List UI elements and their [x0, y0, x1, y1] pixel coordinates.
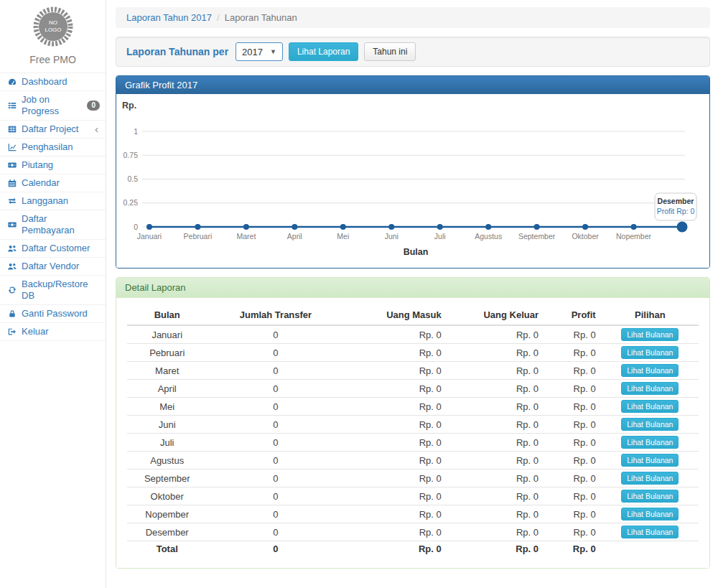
report-filter-bar: Laporan Tahunan per 2017 ▼ Lihat Laporan…: [116, 37, 710, 67]
detail-report-panel: Detail Laporan BulanJumlah TransferUang …: [116, 277, 710, 569]
svg-text:Januari: Januari: [137, 232, 162, 241]
total-profit: Rp. 0: [544, 541, 602, 557]
sidebar-item-label: Daftar Project: [22, 123, 78, 135]
table-row: Juni0Rp. 0Rp. 0Rp. 0Lihat Bulanan: [127, 416, 699, 434]
cell-month: Mei: [127, 398, 207, 416]
sidebar-item-langganan[interactable]: Langganan: [0, 192, 106, 210]
cell-transfer: 0: [207, 362, 344, 380]
breadcrumb-link[interactable]: Laporan Tahun 2017: [126, 12, 212, 23]
cell-transfer: 0: [207, 452, 344, 470]
total-out: Rp. 0: [447, 541, 544, 557]
breadcrumb-separator: /: [217, 12, 220, 23]
cell-in: Rp. 0: [344, 434, 447, 452]
lihat-bulanan-button[interactable]: Lihat Bulanan: [621, 382, 679, 395]
money-icon: [7, 220, 17, 230]
year-select[interactable]: 2017 ▼: [236, 42, 283, 61]
sidebar-item-penghasilan[interactable]: Penghasilan: [0, 139, 106, 157]
cell-month: Maret: [127, 362, 207, 380]
count-badge: 0: [87, 101, 100, 111]
cell-month: April: [127, 380, 207, 398]
cell-month: Desember: [127, 523, 207, 541]
list-icon: [7, 101, 17, 111]
view-report-button[interactable]: Lihat Laporan: [289, 42, 358, 61]
cell-in: Rp. 0: [344, 380, 447, 398]
lihat-bulanan-button[interactable]: Lihat Bulanan: [621, 418, 679, 431]
sidebar-item-daftar-pembayaran[interactable]: Daftar Pembayaran: [0, 210, 106, 240]
sidebar-item-piutang[interactable]: Piutang: [0, 157, 106, 174]
sidebar-item-label: Piutang: [22, 159, 53, 171]
cell-out: Rp. 0: [447, 416, 544, 434]
sidebar-item-ganti-password[interactable]: Ganti Password: [0, 305, 106, 323]
cell-transfer: 0: [207, 523, 344, 541]
lihat-bulanan-button[interactable]: Lihat Bulanan: [621, 508, 679, 521]
svg-text:Pebruari: Pebruari: [184, 232, 213, 241]
sidebar-item-label: Ganti Password: [22, 308, 88, 319]
cell-transfer: 0: [207, 434, 344, 452]
sidebar-item-daftar-project[interactable]: Daftar Project‹: [0, 121, 106, 139]
sidebar-item-keluar[interactable]: Keluar: [0, 323, 106, 341]
sidebar-item-daftar-customer[interactable]: Daftar Customer: [0, 240, 106, 258]
calendar-icon: [7, 178, 17, 188]
sidebar-item-dashboard[interactable]: Dashboard: [0, 73, 106, 91]
svg-text:Desember: Desember: [658, 197, 694, 205]
cell-month: September: [127, 470, 207, 487]
lihat-bulanan-button[interactable]: Lihat Bulanan: [621, 346, 679, 359]
total-label: Total: [127, 541, 207, 557]
cell-profit: Rp. 0: [544, 434, 602, 452]
cell-out: Rp. 0: [447, 452, 544, 470]
chevron-left-icon: ‹: [95, 126, 100, 133]
cell-out: Rp. 0: [447, 470, 544, 487]
cell-profit: Rp. 0: [544, 344, 602, 362]
chart-line-icon: [7, 142, 17, 152]
lihat-bulanan-button[interactable]: Lihat Bulanan: [621, 526, 679, 538]
breadcrumb: Laporan Tahun 2017/Laporan Tahunan: [116, 7, 710, 28]
cell-transfer: 0: [207, 505, 344, 523]
lihat-bulanan-button[interactable]: Lihat Bulanan: [621, 328, 679, 341]
svg-text:Nopember: Nopember: [616, 232, 652, 241]
sidebar: NO LOGO Free PMO DashboardJob on Progres…: [0, 0, 106, 588]
cell-profit: Rp. 0: [544, 505, 602, 523]
cell-profit: Rp. 0: [544, 325, 602, 344]
svg-text:Mei: Mei: [337, 232, 349, 241]
detail-panel-title: Detail Laporan: [116, 278, 709, 298]
sidebar-item-backup-restore-db[interactable]: Backup/Restore DB: [0, 276, 106, 305]
chart-tooltip: DesemberProfit Rp: 0: [655, 193, 696, 220]
cell-transfer: 0: [207, 487, 344, 505]
lihat-bulanan-button[interactable]: Lihat Bulanan: [621, 400, 679, 413]
svg-text:0: 0: [134, 223, 138, 231]
svg-text:NO: NO: [49, 19, 57, 26]
sidebar-item-label: Daftar Vendor: [22, 261, 79, 272]
lihat-bulanan-button[interactable]: Lihat Bulanan: [621, 490, 679, 503]
sidebar-item-label: Backup/Restore DB: [22, 279, 100, 302]
column-header: Bulan: [127, 305, 207, 325]
sidebar-item-label: Langganan: [22, 195, 68, 207]
sidebar-item-job-on-progress[interactable]: Job on Progress0: [0, 91, 106, 121]
sidebar-item-label: Dashboard: [22, 76, 67, 88]
lihat-bulanan-button[interactable]: Lihat Bulanan: [621, 436, 679, 449]
cell-in: Rp. 0: [344, 398, 447, 416]
lihat-bulanan-button[interactable]: Lihat Bulanan: [621, 454, 679, 467]
brand-block: NO LOGO Free PMO: [0, 0, 106, 73]
cell-profit: Rp. 0: [544, 470, 602, 487]
table-row: April0Rp. 0Rp. 0Rp. 0Lihat Bulanan: [127, 380, 699, 398]
page: NO LOGO Free PMO DashboardJob on Progres…: [0, 0, 718, 588]
svg-text:1: 1: [134, 127, 138, 136]
cell-in: Rp. 0: [344, 325, 447, 344]
breadcrumb-current: Laporan Tahunan: [225, 12, 297, 23]
lihat-bulanan-button[interactable]: Lihat Bulanan: [621, 364, 679, 377]
lihat-bulanan-button[interactable]: Lihat Bulanan: [621, 472, 679, 485]
sidebar-item-daftar-vendor[interactable]: Daftar Vendor: [0, 258, 106, 276]
lock-icon: [7, 309, 17, 319]
column-header: Profit: [544, 305, 602, 325]
sidebar-item-label: Calendar: [22, 177, 60, 189]
cell-month: Pebruari: [127, 344, 207, 362]
cell-month: Oktober: [127, 487, 207, 505]
dashboard-icon: [7, 77, 17, 87]
cell-month: Nopember: [127, 505, 207, 523]
sidebar-item-calendar[interactable]: Calendar: [0, 174, 106, 192]
svg-text:April: April: [287, 232, 302, 241]
cell-profit: Rp. 0: [544, 398, 602, 416]
current-year-button[interactable]: Tahun ini: [364, 42, 416, 61]
signout-icon: [7, 327, 17, 337]
cell-out: Rp. 0: [447, 523, 544, 541]
